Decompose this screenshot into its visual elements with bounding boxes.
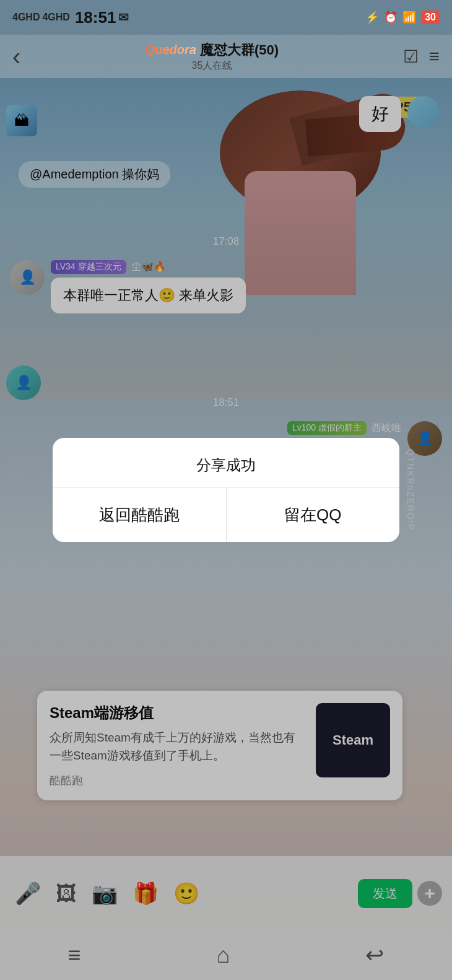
battery-indicator: 30 bbox=[421, 11, 440, 24]
status-right: ⚡ ⏰ 📶 30 bbox=[365, 11, 440, 24]
return-to-kuku-button[interactable]: 返回酷酷跑 bbox=[53, 488, 227, 542]
group-name-logo: Quedora 魔怼大群(50) bbox=[20, 41, 403, 59]
signal-icon-1: 4GHD bbox=[12, 12, 40, 23]
wifi-icon: 📶 bbox=[402, 11, 416, 24]
modal-overlay: 分享成功 返回酷酷跑 留在QQ bbox=[0, 0, 452, 980]
share-success-dialog: 分享成功 返回酷酷跑 留在QQ bbox=[53, 438, 399, 542]
modal-title: 分享成功 bbox=[53, 438, 399, 488]
signal-icon-2: 4GHD bbox=[42, 12, 69, 23]
bluetooth-icon: ⚡ bbox=[365, 11, 379, 24]
group-title: 魔怼大群(50) bbox=[200, 41, 279, 59]
calendar-check-icon[interactable]: ☑ bbox=[403, 46, 419, 67]
nav-icon-group: ☑ ≡ bbox=[403, 46, 440, 67]
modal-actions: 返回酷酷跑 留在QQ bbox=[53, 488, 399, 542]
group-logo-text: Quedora bbox=[146, 43, 196, 57]
status-time: 18:51 bbox=[75, 8, 116, 27]
mail-icon: ✉ bbox=[118, 10, 129, 25]
alarm-icon: ⏰ bbox=[384, 11, 398, 24]
group-title-section: Quedora 魔怼大群(50) 35人在线 bbox=[20, 41, 403, 72]
back-button[interactable]: ‹ bbox=[12, 43, 20, 71]
hamburger-menu-icon[interactable]: ≡ bbox=[428, 46, 440, 67]
stay-in-qq-button[interactable]: 留在QQ bbox=[227, 488, 400, 542]
group-subtitle: 35人在线 bbox=[20, 59, 403, 72]
status-left: 4GHD 4GHD 18:51 ✉ bbox=[12, 8, 129, 27]
